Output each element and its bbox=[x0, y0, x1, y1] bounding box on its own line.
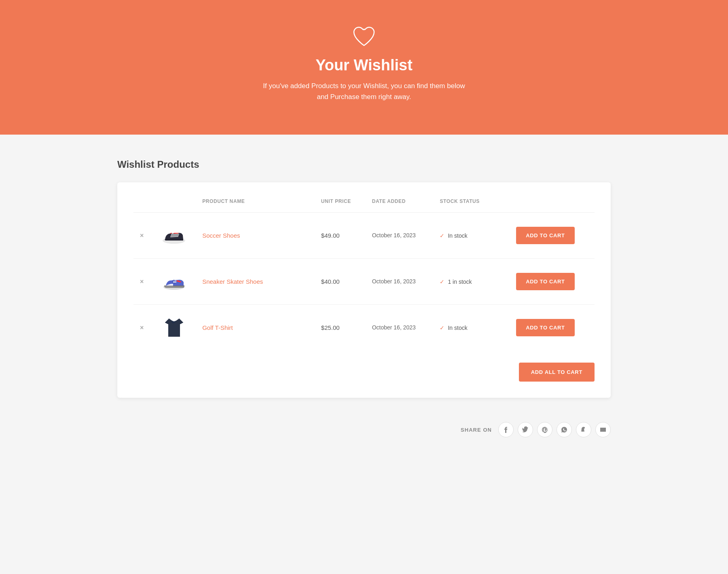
add-all-to-cart-button[interactable]: ADD ALL TO CART bbox=[519, 363, 595, 382]
product-image-golf-tshirt bbox=[161, 314, 187, 341]
action-cell-sneaker-skater: ADD TO CART bbox=[510, 259, 595, 305]
name-cell-golf-tshirt: Golf T-Shirt bbox=[196, 305, 315, 351]
twitter-share-icon[interactable] bbox=[518, 422, 533, 437]
action-cell-soccer-shoes: ADD TO CART bbox=[510, 213, 595, 259]
col-header-unit-price: UNIT PRICE bbox=[315, 194, 366, 213]
hero-title: Your Wishlist bbox=[315, 57, 413, 74]
product-link-sneaker-skater[interactable]: Sneaker Skater Shoes bbox=[202, 278, 263, 285]
stock-check-icon-soccer-shoes: ✓ bbox=[440, 232, 444, 239]
wishlist-card: PRODUCT NAME UNIT PRICE DATE ADDED STOCK… bbox=[117, 182, 611, 398]
name-cell-soccer-shoes: Soccer Shoes bbox=[196, 213, 315, 259]
add-to-cart-button-sneaker-skater[interactable]: ADD TO CART bbox=[516, 273, 574, 290]
image-cell-sneaker-skater bbox=[154, 259, 196, 305]
table-row: × bbox=[133, 259, 595, 305]
col-header-image bbox=[154, 194, 196, 213]
product-image-sneaker-skater bbox=[161, 268, 187, 295]
section-title: Wishlist Products bbox=[117, 159, 611, 170]
svg-line-1 bbox=[171, 234, 179, 234]
remove-button-sneaker-skater[interactable]: × bbox=[140, 279, 144, 285]
name-cell-sneaker-skater: Sneaker Skater Shoes bbox=[196, 259, 315, 305]
date-cell-soccer-shoes: October 16, 2023 bbox=[366, 213, 434, 259]
price-cell-golf-tshirt: $25.00 bbox=[315, 305, 366, 351]
product-link-golf-tshirt[interactable]: Golf T-Shirt bbox=[202, 324, 233, 331]
tshirt-svg bbox=[161, 314, 187, 341]
col-header-date-added: DATE ADDED bbox=[366, 194, 434, 213]
add-to-cart-button-golf-tshirt[interactable]: ADD TO CART bbox=[516, 319, 574, 336]
product-link-soccer-shoes[interactable]: Soccer Shoes bbox=[202, 232, 240, 239]
image-cell-soccer-shoes bbox=[154, 213, 196, 259]
table-row: × bbox=[133, 213, 595, 259]
price-cell-sneaker-skater: $40.00 bbox=[315, 259, 366, 305]
add-all-row: ADD ALL TO CART bbox=[133, 350, 595, 382]
date-cell-sneaker-skater: October 16, 2023 bbox=[366, 259, 434, 305]
remove-cell: × bbox=[133, 259, 154, 305]
svg-line-3 bbox=[170, 236, 178, 237]
remove-cell: × bbox=[133, 305, 154, 351]
svg-line-5 bbox=[173, 281, 176, 281]
stock-check-icon-sneaker-skater: ✓ bbox=[440, 279, 444, 285]
heart-icon bbox=[352, 24, 376, 49]
share-icons bbox=[498, 422, 611, 437]
hero-banner: Your Wishlist If you've added Products t… bbox=[0, 0, 728, 135]
facebook-share-icon[interactable] bbox=[498, 422, 514, 437]
table-header-row: PRODUCT NAME UNIT PRICE DATE ADDED STOCK… bbox=[133, 194, 595, 213]
remove-button-golf-tshirt[interactable]: × bbox=[140, 325, 144, 331]
stock-cell-sneaker-skater: ✓ 1 in stock bbox=[433, 259, 510, 305]
remove-button-soccer-shoes[interactable]: × bbox=[140, 232, 144, 239]
main-content: Wishlist Products PRODUCT NAME UNIT PRIC… bbox=[101, 135, 627, 470]
table-row: × bbox=[133, 305, 595, 351]
wishlist-table: PRODUCT NAME UNIT PRICE DATE ADDED STOCK… bbox=[133, 194, 595, 350]
share-label: SHARE ON bbox=[461, 427, 492, 433]
add-to-cart-button-soccer-shoes[interactable]: ADD TO CART bbox=[516, 227, 574, 244]
image-cell-golf-tshirt bbox=[154, 305, 196, 351]
date-cell-golf-tshirt: October 16, 2023 bbox=[366, 305, 434, 351]
stock-check-icon-golf-tshirt: ✓ bbox=[440, 325, 444, 331]
product-image-soccer-shoes bbox=[161, 222, 187, 249]
snapchat-share-icon[interactable] bbox=[576, 422, 591, 437]
col-header-product-name: PRODUCT NAME bbox=[196, 194, 315, 213]
col-header-stock-status: STOCK STATUS bbox=[433, 194, 510, 213]
stock-cell-golf-tshirt: ✓ In stock bbox=[433, 305, 510, 351]
sneaker-svg bbox=[161, 268, 187, 295]
remove-cell: × bbox=[133, 213, 154, 259]
price-cell-soccer-shoes: $49.00 bbox=[315, 213, 366, 259]
col-header-remove bbox=[133, 194, 154, 213]
col-header-action bbox=[510, 194, 595, 213]
hero-subtitle: If you've added Products to your Wishlis… bbox=[263, 80, 465, 102]
whatsapp-share-icon[interactable] bbox=[557, 422, 572, 437]
share-row: SHARE ON bbox=[117, 414, 611, 437]
email-share-icon[interactable] bbox=[595, 422, 611, 437]
svg-line-2 bbox=[171, 235, 179, 236]
soccer-shoe-svg bbox=[161, 222, 187, 249]
action-cell-golf-tshirt: ADD TO CART bbox=[510, 305, 595, 351]
pinterest-share-icon[interactable] bbox=[537, 422, 552, 437]
svg-line-6 bbox=[173, 282, 176, 283]
stock-cell-soccer-shoes: ✓ In stock bbox=[433, 213, 510, 259]
